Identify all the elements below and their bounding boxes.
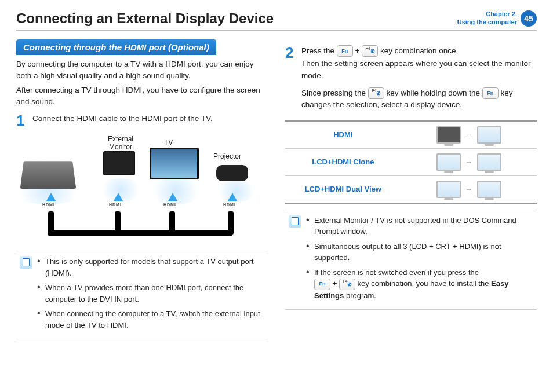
page-number-badge: 45 — [521, 10, 537, 27]
step-1-number: 1 — [16, 113, 27, 128]
note-icon — [289, 215, 301, 228]
page-title: Connecting an External Display Device — [16, 10, 274, 27]
fn-key-icon-3: Fn — [314, 279, 330, 290]
right-column: 2 Press the Fn + F4⎚ key combination onc… — [285, 39, 537, 339]
step-2-number: 2 — [285, 45, 296, 111]
f4-key-icon-2: F4⎚ — [368, 87, 384, 99]
intro-paragraph-1: By connecting the computer to a TV with … — [16, 58, 268, 81]
step-2-body: Press the Fn + F4⎚ key combination once.… — [301, 45, 537, 111]
mode-clone-graphic: → — [401, 148, 537, 175]
f4-key-icon: F4⎚ — [362, 45, 378, 57]
mode-dualview-graphic: → — [401, 175, 537, 203]
step2-text-3a: Since pressing the — [301, 89, 368, 97]
mode-clone: LCD+HDMI Clone — [285, 148, 401, 175]
step2-text-1b: key combination once. — [380, 46, 458, 55]
plus-sign: + — [355, 46, 360, 55]
fn-key-icon: Fn — [337, 45, 353, 57]
chapter-block: Chapter 2. Using the computer 45 — [457, 10, 537, 27]
table-row: HDMI → — [285, 121, 537, 149]
chapter-line1: Chapter 2. — [457, 10, 517, 19]
connection-diagram: External Monitor TV Projector HDMI — [16, 135, 268, 245]
step2-text-3b: key while holding down the — [387, 89, 482, 97]
monitor-graphic — [103, 151, 135, 175]
mode-dualview: LCD+HDMI Dual View — [285, 175, 401, 203]
table-row: LCD+HDMI Clone → — [285, 148, 537, 175]
projector-graphic — [216, 165, 248, 181]
chapter-line2: Using the computer — [457, 19, 517, 27]
left-notes-box: This is only supported for models that s… — [16, 251, 268, 339]
hdmi-label-4: HDMI — [223, 203, 236, 207]
label-tv: TV — [164, 138, 173, 146]
table-row: LCD+HDMI Dual View → — [285, 175, 537, 203]
hdmi-label-1: HDMI — [42, 203, 55, 207]
fn-key-icon-2: Fn — [482, 87, 499, 99]
left-column: Connecting through the HDMI port (Option… — [16, 39, 268, 339]
label-external-monitor: External Monitor — [103, 135, 138, 151]
note-icon — [20, 256, 32, 269]
tv-graphic — [150, 148, 199, 179]
section-heading: Connecting through the HDMI port (Option… — [16, 39, 216, 55]
step-2: 2 Press the Fn + F4⎚ key combination onc… — [285, 45, 537, 111]
display-mode-table: HDMI → LCD+HDMI Clone → LCD+HDMI Dual Vi… — [285, 120, 537, 204]
mode-hdmi-graphic: → — [401, 121, 537, 149]
left-note-3: When connecting the computer to a TV, sw… — [37, 308, 264, 331]
hdmi-label-3: HDMI — [163, 203, 176, 207]
step-1-text: Connect the HDMI cable to the HDMI port … — [32, 113, 213, 128]
step2-line2: Then the setting screen appears where yo… — [301, 58, 537, 82]
right-notes-box: External Monitor / TV is not supported i… — [285, 210, 537, 310]
right-note-2: Simultaneous output to all 3 (LCD + CRT … — [306, 241, 533, 263]
step2-text-1a: Press the — [301, 46, 337, 55]
step-1: 1 Connect the HDMI cable to the HDMI por… — [16, 113, 268, 128]
left-note-1: This is only supported for models that s… — [37, 256, 264, 279]
left-notes-list: This is only supported for models that s… — [37, 256, 264, 334]
page-header: Connecting an External Display Device Ch… — [16, 10, 537, 31]
hdmi-label-2: HDMI — [109, 203, 122, 207]
right-note-1: External Monitor / TV is not supported i… — [306, 215, 533, 237]
right-notes-list: External Monitor / TV is not supported i… — [306, 215, 533, 305]
left-note-2: When a TV provides more than one HDMI po… — [37, 282, 264, 305]
laptop-graphic — [20, 161, 77, 189]
f4-key-icon-3: F4⎚ — [339, 279, 355, 290]
label-projector: Projector — [213, 152, 241, 160]
chapter-text: Chapter 2. Using the computer — [457, 10, 517, 27]
mode-hdmi: HDMI — [285, 121, 401, 149]
intro-paragraph-2: After connecting a TV through HDMI, you … — [16, 85, 268, 107]
right-note-3: If the screen is not switched even if yo… — [306, 267, 533, 302]
